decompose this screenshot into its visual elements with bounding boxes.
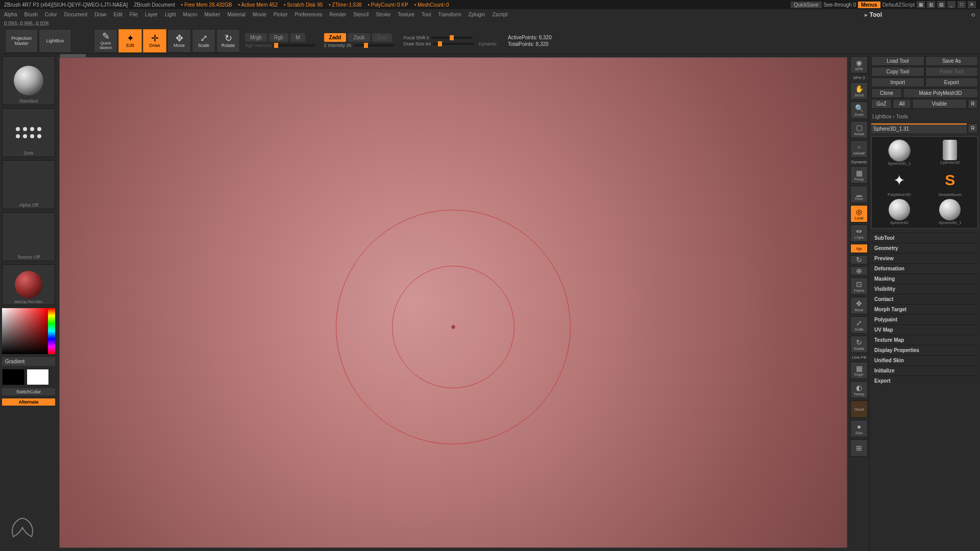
menu-preferences[interactable]: Preferences	[295, 12, 323, 17]
section-subtool[interactable]: SubTool	[871, 233, 978, 243]
spix-label[interactable]: SPix 3	[850, 76, 868, 80]
rgb-button[interactable]: Rgb	[269, 33, 288, 42]
close-button[interactable]: ✕	[968, 1, 976, 8]
menu-light[interactable]: Light	[165, 12, 176, 17]
frame-button[interactable]: ⊡Frame	[850, 278, 868, 295]
section-morph-target[interactable]: Morph Target	[871, 304, 978, 314]
menus-toggle[interactable]: Menus	[858, 2, 880, 8]
minimize-button[interactable]: _	[947, 1, 955, 8]
tool-simplebrush[interactable]: SSimpleBrush	[926, 168, 975, 197]
section-unified-skin[interactable]: Unified Skin	[871, 355, 978, 365]
ghost-button[interactable]: Ghost	[850, 400, 868, 418]
zcut-button[interactable]: Zcut	[372, 33, 392, 42]
menu-picker[interactable]: Picker	[274, 12, 288, 17]
load-tool-button[interactable]: Load Tool	[871, 56, 924, 66]
goz-all-button[interactable]: All	[893, 99, 911, 109]
dynamic-label[interactable]: Dynamic	[479, 41, 497, 46]
save-as-button[interactable]: Save As	[925, 56, 978, 66]
menu-material[interactable]: Material	[228, 12, 246, 17]
menu-marker[interactable]: Marker	[204, 12, 220, 17]
tool-polymesh3d[interactable]: ✦PolyMesh3D	[875, 168, 924, 197]
seethrough[interactable]: See-through 0	[824, 2, 856, 8]
quicksave-button[interactable]: QuickSave	[791, 2, 821, 8]
tool-sphere3d-1[interactable]: Sphere3D_1	[875, 140, 924, 166]
section-masking[interactable]: Masking	[871, 273, 978, 284]
menu-file[interactable]: File	[130, 12, 138, 17]
section-display-properties[interactable]: Display Properties	[871, 345, 978, 355]
menu-layer[interactable]: Layer	[145, 12, 158, 17]
menu-transform[interactable]: Transform	[438, 12, 461, 17]
menu-document[interactable]: Document	[64, 12, 88, 17]
persp-button[interactable]: ▦Persp	[850, 166, 868, 184]
copy-tool-button[interactable]: Copy Tool	[871, 67, 924, 77]
projection-master-button[interactable]: Projection Master	[5, 29, 38, 53]
current-tool-label[interactable]: Sphere3D_1.31	[871, 123, 967, 133]
menu-brush[interactable]: Brush	[24, 12, 38, 17]
solo-button[interactable]: ●Solo	[850, 420, 868, 437]
menu-tool[interactable]: Tool	[422, 12, 431, 17]
alpha-selector[interactable]: Alpha Off	[2, 160, 55, 209]
zoom-button[interactable]: 🔍Zoom	[850, 102, 868, 119]
extra-button[interactable]: ⊞	[850, 439, 868, 457]
section-polypaint[interactable]: Polypaint	[871, 314, 978, 324]
stroke-selector[interactable]: Dots	[2, 108, 55, 157]
rgb-intensity-slider[interactable]: Rgb Intensity	[245, 43, 315, 48]
goz-button[interactable]: GoZ	[871, 99, 892, 109]
layout-button-3[interactable]: ▤	[937, 1, 945, 8]
polyf-button[interactable]: ▦PolyF	[850, 362, 868, 379]
tool-r-button[interactable]: R	[968, 123, 978, 133]
section-uv-map[interactable]: UV Map	[871, 324, 978, 335]
zadd-button[interactable]: Zadd	[324, 33, 347, 42]
zsub-button[interactable]: Zsub	[348, 33, 370, 42]
switchcolor-button[interactable]: SwitchColor	[2, 388, 55, 395]
secondary-color-swatch[interactable]	[2, 369, 24, 385]
lightbox-tools-header[interactable]: Lightbox › Tools	[871, 112, 978, 121]
import-button[interactable]: Import	[871, 78, 924, 87]
xyz-button[interactable]: Xyz	[850, 244, 868, 253]
section-geometry[interactable]: Geometry	[871, 243, 978, 253]
orbit-button[interactable]: ↻	[850, 255, 868, 264]
section-export[interactable]: Export	[871, 375, 978, 386]
section-texture-map[interactable]: Texture Map	[871, 335, 978, 345]
primary-color-swatch[interactable]	[27, 369, 49, 385]
gradient-button[interactable]: Gradient	[2, 357, 55, 366]
section-preview[interactable]: Preview	[871, 253, 978, 263]
lsym-button[interactable]: ⇔LSym	[850, 224, 868, 242]
edit-button[interactable]: ✦Edit	[118, 29, 142, 53]
actual-button[interactable]: ▢Actual	[850, 121, 868, 138]
focal-shift-slider[interactable]: Focal Shift 0	[404, 35, 497, 40]
menu-edit[interactable]: Edit	[114, 12, 122, 17]
section-deformation[interactable]: Deformation	[871, 263, 978, 273]
quicksketch-button[interactable]: ✎Quick Sketch	[94, 29, 117, 53]
rotate-nav-button[interactable]: ↻Rotate	[850, 336, 868, 353]
goz-visible-button[interactable]: Visible	[912, 99, 967, 109]
paste-tool-button[interactable]: Paste Tool	[925, 67, 978, 77]
menu-macro[interactable]: Macro	[183, 12, 198, 17]
floor-button[interactable]: ▁Floor	[850, 186, 868, 203]
menu-draw[interactable]: Draw	[94, 12, 106, 17]
export-button[interactable]: Export	[925, 78, 978, 87]
menu-movie[interactable]: Movie	[253, 12, 266, 17]
layout-button-2[interactable]: ▥	[927, 1, 935, 8]
local-button[interactable]: ◎Local	[850, 205, 868, 222]
menu-color[interactable]: Color	[45, 12, 57, 17]
menu-stroke[interactable]: Stroke	[376, 12, 390, 17]
bpr-button[interactable]: ◉BPR	[850, 56, 868, 73]
lightbox-button[interactable]: LightBox	[39, 29, 71, 53]
zoom2-button[interactable]: ⊕	[850, 266, 868, 276]
section-contact[interactable]: Contact	[871, 294, 978, 304]
scale-button[interactable]: ⤢Scale	[192, 29, 215, 53]
panel-pin-icon[interactable]: ⟲	[971, 12, 975, 18]
texture-selector[interactable]: Texture Off	[2, 212, 55, 261]
tool-sphere3d[interactable]: Sphere3D	[875, 199, 924, 225]
transp-button[interactable]: ◐Transp	[850, 381, 868, 398]
move-nav-button[interactable]: ✥Move	[850, 297, 868, 314]
scroll-button[interactable]: ✋Scroll	[850, 82, 868, 99]
tool-sphere3d-1b[interactable]: Sphere3D_1	[926, 199, 975, 225]
clone-button[interactable]: Clone	[871, 88, 902, 98]
color-picker[interactable]	[2, 308, 55, 354]
menu-alpha[interactable]: Alpha	[4, 12, 17, 17]
section-visibility[interactable]: Visibility	[871, 284, 978, 294]
menu-zplugin[interactable]: Zplugin	[469, 12, 485, 17]
material-selector[interactable]: MatCap Red Wax	[2, 264, 55, 305]
